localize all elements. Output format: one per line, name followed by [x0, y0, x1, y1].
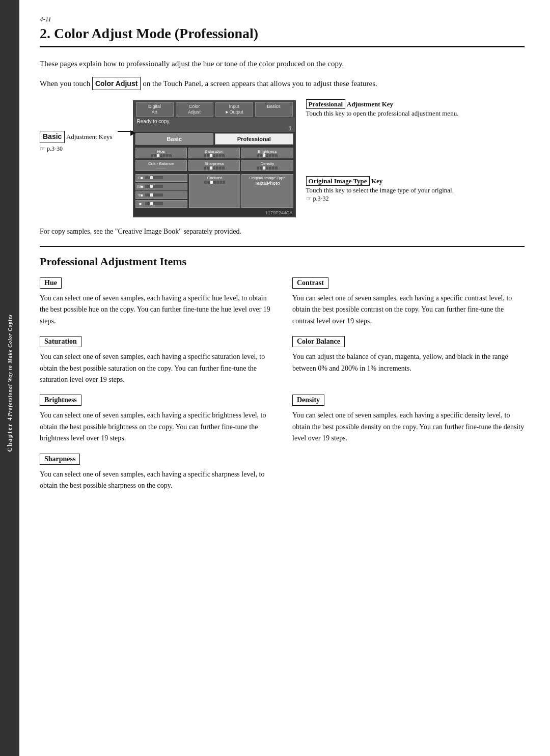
color-balance-label: Color Balance — [292, 336, 345, 347]
professional-box-label: Professional — [306, 99, 346, 109]
contrast-text: You can select one of seven samples, eac… — [292, 293, 525, 327]
basic-keys-text: Adjustment Keys — [66, 133, 113, 141]
item-color-balance: Color Balance You can adjust the balance… — [292, 336, 525, 385]
intro-paragraph-1: These pages explain how to professionall… — [40, 58, 525, 70]
item-hue: Hue You can select one of seven samples,… — [40, 277, 272, 327]
for-copy-text: For copy samples, see the "Creative Imag… — [40, 228, 525, 236]
professional-annot-text: Touch this key to open the professional … — [306, 108, 525, 119]
screen-btn-digital-art: DigitalArt — [136, 102, 174, 117]
screen-top-bar: DigitalArt ColorAdjust Input►Output Basi… — [134, 101, 295, 118]
screen-professional-btn[interactable]: Professional — [215, 133, 293, 145]
professional-annot-label: Professional Adjustment Key — [306, 100, 525, 108]
main-content: 4-11 2. Color Adjust Mode (Professional)… — [19, 0, 550, 756]
item-empty — [292, 454, 525, 492]
screen-basic-btn[interactable]: Basic — [135, 133, 214, 145]
diagram-right: Professional Adjustment Key Touch this k… — [296, 100, 525, 203]
side-tab-professional-label: Professional Way to Make Color Copies — [7, 314, 13, 416]
saturation-text: You can select one of seven samples, eac… — [40, 351, 272, 385]
screen-main-row: Basic Professional — [134, 132, 295, 146]
saturation-label: Saturation — [40, 336, 81, 347]
side-tab: Professional Way to Make Color Copies Ch… — [0, 0, 19, 756]
screen-sharpness[interactable]: Sharpness — [188, 160, 240, 171]
screen-grid: Hue Saturation Brightness — [134, 146, 295, 173]
screen-contrast-btn[interactable]: Contrast — [189, 174, 240, 208]
screen-bottom-left: C■ M■ Y■ — [135, 174, 187, 208]
diagram-left: Basic Adjustment Keys ☞ p.3-30 — [40, 131, 113, 153]
sharpness-text: You can select one of seven samples, eac… — [40, 469, 272, 492]
screen-btn-color-adjust: ColorAdjust — [176, 102, 213, 117]
screen-hue[interactable]: Hue — [135, 148, 187, 158]
screen-btn-input-output: Input►Output — [215, 102, 253, 117]
items-grid: Hue You can select one of seven samples,… — [40, 277, 525, 500]
contrast-label: Contrast — [292, 277, 328, 289]
screen-bottom-row: C■ M■ Y■ — [134, 173, 295, 209]
screen-density[interactable]: Density — [241, 160, 293, 171]
section-title: Professional Adjustment Items — [40, 255, 525, 268]
density-label: Density — [292, 395, 324, 406]
screen-black[interactable]: ■ — [135, 200, 187, 208]
original-image-ref: ☞ p.3-32 — [306, 195, 525, 203]
intro2-prefix: When you touch — [40, 79, 90, 88]
hue-label: Hue — [40, 277, 62, 289]
side-tab-chapter-label: Chapter 4 — [6, 416, 13, 452]
diagram-section: Basic Adjustment Keys ☞ p.3-30 ▶ Digital… — [40, 100, 525, 217]
original-image-annot-label: Original Image Type Key — [306, 177, 525, 185]
intro-paragraph-2: When you touch Color Adjust on the Touch… — [40, 77, 525, 90]
brightness-text: You can select one of seven samples, eac… — [40, 410, 272, 444]
screen-brightness[interactable]: Brightness — [241, 148, 293, 158]
screen-bottom-right: Contrast Original Image Type Text&Photo — [189, 174, 293, 208]
basic-ref: ☞ p.3-30 — [40, 145, 63, 153]
hue-text: You can select one of seven samples, eac… — [40, 293, 272, 327]
professional-annotation: Professional Adjustment Key Touch this k… — [306, 100, 525, 119]
item-sharpness: Sharpness You can select one of seven sa… — [40, 454, 272, 492]
screen-mockup: DigitalArt ColorAdjust Input►Output Basi… — [133, 100, 296, 217]
item-brightness: Brightness You can select one of seven s… — [40, 395, 272, 444]
color-adjust-button-inline: Color Adjust — [92, 77, 141, 90]
professional-annot-suffix: Adjustment Key — [347, 100, 393, 108]
screen-number: 1 — [134, 125, 295, 132]
screen-btn-basics: Basics — [255, 102, 293, 117]
item-contrast: Contrast You can select one of seven sam… — [292, 277, 525, 327]
density-text: You can select one of seven samples, eac… — [292, 410, 525, 444]
screen-ready-text: Ready to copy. — [134, 118, 295, 125]
catalog-id: 1179P244CA — [134, 209, 295, 216]
intro2-suffix: on the Touch Panel, a screen appears tha… — [143, 79, 377, 88]
original-image-suffix: Key — [371, 177, 382, 185]
screen-original-image-btn[interactable]: Original Image Type Text&Photo — [241, 174, 293, 208]
main-title: 2. Color Adjust Mode (Professional) — [40, 25, 525, 47]
color-balance-text: You can adjust the balance of cyan, mage… — [292, 351, 525, 374]
item-saturation: Saturation You can select one of seven s… — [40, 336, 272, 385]
brightness-label: Brightness — [40, 395, 81, 406]
screen-cyan[interactable]: C■ — [135, 174, 187, 182]
page-number: 4-11 — [40, 15, 525, 23]
item-density: Density You can select one of seven samp… — [292, 395, 525, 444]
screen-color-balance[interactable]: Color Balance ──── — [135, 160, 187, 171]
original-image-annot-text: Touch this key to select the image type … — [306, 185, 525, 195]
basic-adjustment-label: Basic Adjustment Keys — [40, 131, 113, 143]
original-image-box-label: Original Image Type — [306, 176, 370, 186]
basic-btn-label: Basic — [40, 131, 65, 143]
screen-yellow[interactable]: Y■ — [135, 191, 187, 199]
screen-magenta[interactable]: M■ — [135, 183, 187, 190]
original-image-annotation: Original Image Type Key Touch this key t… — [306, 177, 525, 203]
basic-arrow: ▶ — [118, 131, 133, 132]
section-divider — [40, 246, 525, 247]
screen-saturation[interactable]: Saturation — [188, 148, 240, 158]
sharpness-label: Sharpness — [40, 454, 80, 465]
